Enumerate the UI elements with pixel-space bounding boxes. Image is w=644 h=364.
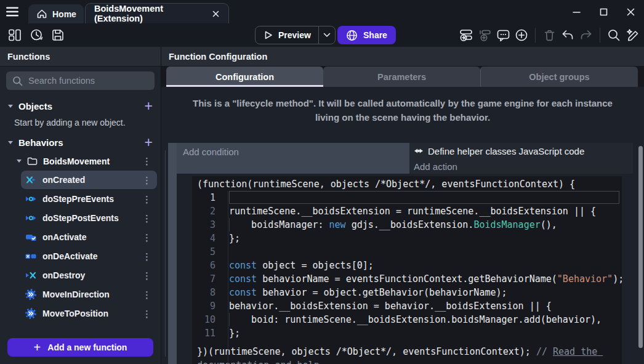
delete-icon[interactable] bbox=[541, 27, 557, 43]
add-subevent-icon[interactable] bbox=[477, 27, 493, 43]
lifecycle-description: This is a "lifecycle method". It will be… bbox=[161, 87, 644, 140]
event-drag-handle[interactable] bbox=[168, 143, 177, 364]
add-other-icon[interactable] bbox=[513, 27, 529, 43]
tab-object-groups[interactable]: Object groups bbox=[480, 67, 638, 87]
save-icon[interactable] bbox=[50, 27, 66, 43]
events-scrollbar[interactable] bbox=[638, 146, 643, 348]
collapse-arrow-icon bbox=[17, 160, 22, 163]
function-label: MoveToPosition bbox=[42, 309, 108, 318]
function-menu-icon[interactable]: ⋮ bbox=[141, 233, 153, 242]
collapse-arrow-icon bbox=[8, 105, 13, 108]
function-item-ondeactivate[interactable]: onDeActivate⋮ bbox=[21, 247, 157, 265]
section-behaviors[interactable]: Behaviors + bbox=[0, 134, 161, 151]
function-menu-icon[interactable]: ⋮ bbox=[141, 195, 153, 204]
section-objects-label: Objects bbox=[18, 101, 52, 111]
code-line-10[interactable]: 10 boid: runtimeScene.__boidsExtension.b… bbox=[197, 313, 622, 326]
function-label: doStepPreEvents bbox=[42, 194, 114, 204]
add-behavior-button[interactable]: + bbox=[145, 135, 153, 150]
search-icon bbox=[12, 76, 23, 86]
function-menu-icon[interactable]: ⋮ bbox=[141, 176, 153, 185]
add-function-button[interactable]: + Add a new function bbox=[7, 338, 153, 357]
function-gear-icon bbox=[25, 308, 36, 319]
home-icon bbox=[36, 9, 47, 19]
preview-dropdown-chevron-icon[interactable] bbox=[319, 33, 335, 38]
function-menu-icon[interactable]: ⋮ bbox=[141, 309, 153, 318]
function-item-moveindirection[interactable]: MoveInDirection⋮ bbox=[21, 285, 157, 304]
code-line-8[interactable]: 8const behavior = object.getBehavior(beh… bbox=[197, 286, 622, 299]
code-line-5[interactable]: 5 bbox=[197, 245, 622, 259]
window-close-button[interactable] bbox=[617, 0, 644, 23]
function-menu-icon[interactable]: ⋮ bbox=[141, 214, 153, 223]
add-event-icon[interactable] bbox=[458, 27, 474, 43]
js-code-icon bbox=[414, 146, 424, 156]
function-step-icon bbox=[25, 193, 36, 204]
code-line-2[interactable]: 2runtimeScene.__boidsExtension = runtime… bbox=[197, 204, 622, 218]
search-icon[interactable] bbox=[606, 27, 622, 43]
function-list: onCreated⋮doStepPreEvents⋮doStepPostEven… bbox=[0, 170, 161, 323]
code-line-9[interactable]: 9behavior.__boidsExtension = behavior.__… bbox=[197, 299, 622, 313]
code-line-4[interactable]: 4}; bbox=[197, 232, 622, 245]
hamburger-menu-icon[interactable] bbox=[6, 6, 19, 17]
function-item-ondestroy[interactable]: onDestroy⋮ bbox=[21, 266, 157, 285]
behavior-folder-boidsmovement[interactable]: BoidsMovement ⋮ bbox=[0, 152, 161, 170]
function-configuration-panel: Function Configuration Configuration Par… bbox=[161, 47, 644, 364]
function-item-onactivate[interactable]: onActivate⋮ bbox=[21, 228, 157, 246]
folder-menu-icon[interactable]: ⋮ bbox=[141, 156, 153, 166]
search-functions-input[interactable]: Search functions bbox=[6, 71, 155, 90]
function-menu-icon[interactable]: ⋮ bbox=[141, 252, 153, 261]
function-item-movetoposition[interactable]: MoveToPosition⋮ bbox=[21, 304, 157, 323]
code-line-7[interactable]: 7const behaviorName = eventsFunctionCont… bbox=[197, 272, 622, 286]
function-menu-icon[interactable]: ⋮ bbox=[141, 271, 153, 280]
share-button[interactable]: Share bbox=[337, 26, 396, 44]
close-tab-icon[interactable] bbox=[212, 10, 220, 18]
magic-pen-icon[interactable] bbox=[624, 27, 640, 43]
project-manager-icon[interactable] bbox=[7, 27, 23, 43]
window-minimize-button[interactable] bbox=[563, 0, 590, 23]
plus-icon: + bbox=[34, 341, 41, 355]
function-label: doStepPostEvents bbox=[42, 213, 119, 223]
function-label: onActivate bbox=[42, 232, 87, 242]
add-comment-icon[interactable] bbox=[495, 27, 511, 43]
functions-panel-title: Functions bbox=[7, 52, 50, 62]
add-object-button[interactable]: + bbox=[145, 99, 153, 113]
function-activate-icon bbox=[25, 232, 36, 243]
code-line-11[interactable]: 11}; bbox=[197, 326, 622, 340]
js-event-title[interactable]: Define helper classes JavaScript code bbox=[409, 143, 633, 159]
functions-panel: Functions Search functions Objects + Sta… bbox=[0, 47, 161, 364]
redo-icon[interactable] bbox=[578, 27, 594, 43]
undo-icon[interactable] bbox=[560, 27, 576, 43]
tab-home[interactable]: Home bbox=[28, 4, 84, 23]
preview-button[interactable]: Preview bbox=[255, 26, 336, 44]
history-icon[interactable] bbox=[28, 27, 44, 43]
function-item-oncreated[interactable]: onCreated⋮ bbox=[21, 171, 157, 189]
function-deactivate-icon bbox=[25, 251, 36, 262]
function-item-dosteppreevents[interactable]: doStepPreEvents⋮ bbox=[21, 190, 157, 208]
main-panel-title: Function Configuration bbox=[169, 52, 267, 62]
window-maximize-button[interactable] bbox=[590, 0, 617, 23]
function-label: onDeActivate bbox=[42, 251, 97, 261]
function-item-dosteppostevents[interactable]: doStepPostEvents⋮ bbox=[21, 209, 157, 227]
search-placeholder: Search functions bbox=[28, 76, 95, 86]
code-line-1[interactable]: 1 bbox=[197, 191, 622, 204]
code-wrapper-close: })(runtimeScene, objects /*Object*/, eve… bbox=[197, 345, 622, 364]
add-action-button[interactable]: Add action bbox=[409, 159, 633, 174]
function-menu-icon[interactable]: ⋮ bbox=[141, 290, 153, 299]
configuration-tabs: Configuration Parameters Object groups bbox=[161, 67, 644, 87]
js-code-editor[interactable]: (function(runtimeScene, objects /*Object… bbox=[192, 176, 622, 364]
code-line-6[interactable]: 6const object = objects[0]; bbox=[197, 259, 622, 272]
function-label: onCreated bbox=[42, 175, 85, 185]
function-step-icon bbox=[25, 212, 36, 224]
tab-boidsmovement[interactable]: BoidsMovement (Extension) bbox=[85, 3, 229, 23]
tab-parameters[interactable]: Parameters bbox=[323, 67, 480, 87]
add-condition-button[interactable]: Add condition bbox=[177, 143, 409, 174]
event-indent-guide bbox=[165, 150, 166, 357]
section-objects[interactable]: Objects + bbox=[0, 97, 161, 115]
folder-icon bbox=[27, 156, 38, 166]
objects-hint: Start by adding a new object. bbox=[0, 115, 161, 129]
section-behaviors-label: Behaviors bbox=[18, 137, 63, 148]
share-label: Share bbox=[363, 30, 387, 40]
function-label: MoveInDirection bbox=[42, 289, 110, 299]
tab-configuration[interactable]: Configuration bbox=[166, 67, 323, 87]
function-gear-icon bbox=[25, 289, 36, 300]
code-line-3[interactable]: 3 boidsManager: new gdjs.__boidsExtensio… bbox=[197, 218, 622, 232]
